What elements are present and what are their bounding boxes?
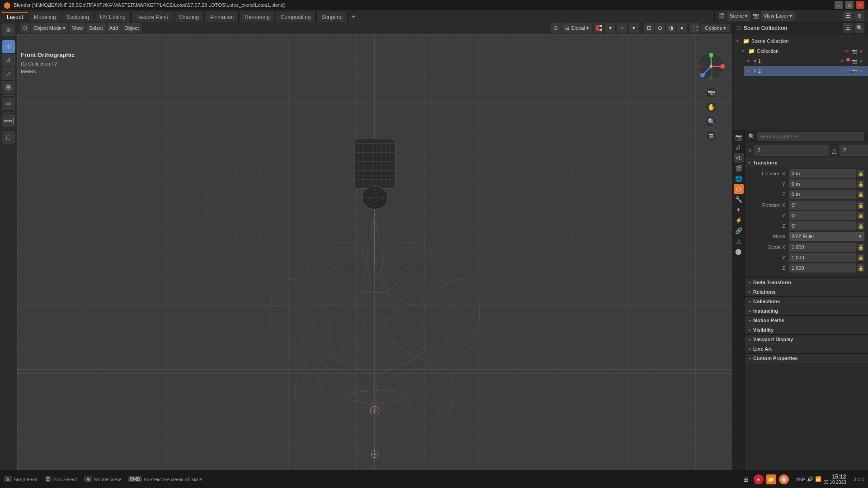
location-y-value[interactable]: 0 m xyxy=(789,179,856,188)
viewport-shading-solid[interactable]: ⊙ xyxy=(655,23,665,33)
viewport-3d[interactable]: ⬡ Object Mode ▾ View Select Add Object ⊙ xyxy=(17,22,732,470)
viewport-shading-wire[interactable]: ⊡ xyxy=(644,23,654,33)
eye-icon[interactable]: 👁 xyxy=(844,48,850,54)
outliner-filter[interactable]: ☰ xyxy=(843,23,853,33)
render-icon-1[interactable]: ● xyxy=(858,58,864,64)
tab-texture-paint[interactable]: Texture Paint xyxy=(132,12,173,22)
location-x-value[interactable]: 0 m xyxy=(789,169,856,178)
render-icon-2[interactable]: ● xyxy=(858,68,864,74)
viewport-shading-material[interactable]: ◑ xyxy=(666,23,676,33)
rotation-x-lock[interactable]: 🔒 xyxy=(857,202,864,209)
scene-icon[interactable]: 🎬 xyxy=(734,163,744,173)
location-x-lock[interactable]: 🔒 xyxy=(857,170,864,177)
tab-sculpting[interactable]: Sculpting xyxy=(62,12,94,22)
delta-transform-header[interactable]: ▾ Delta Transform xyxy=(745,278,868,287)
scale-x-lock[interactable]: 🔒 xyxy=(857,244,864,251)
world-icon[interactable]: 🌐 xyxy=(734,174,744,183)
blender-logo[interactable]: ⬤ xyxy=(4,1,11,9)
scene-selector[interactable]: Scene ▾ xyxy=(727,11,750,21)
tab-animation[interactable]: Animation xyxy=(205,12,239,22)
location-z-lock[interactable]: 🔒 xyxy=(857,191,864,198)
proportional-edit[interactable]: ○ xyxy=(617,23,627,33)
instancing-header[interactable]: ▾ Instancing xyxy=(745,306,868,315)
object-properties-icon[interactable]: ⬡ xyxy=(734,184,744,194)
options-button[interactable]: Options ▾ xyxy=(701,24,730,32)
render-properties-icon[interactable]: 📷 xyxy=(734,132,744,142)
blender-taskbar-icon[interactable]: ⬤ xyxy=(779,474,789,484)
view-layer-selector[interactable]: View Layer ▾ xyxy=(761,11,795,21)
camera-icon-1[interactable]: 📷 xyxy=(851,58,857,64)
outliner-object-1[interactable]: ▾ ▿ 1 👁 📷 ● xyxy=(744,56,868,66)
eye-icon-1[interactable]: 👁 xyxy=(839,58,845,64)
camera-icon[interactable]: 📷 xyxy=(851,48,857,54)
object-menu[interactable]: Object xyxy=(122,23,142,33)
outliner-object-2[interactable]: ▾ ▿ 2 👁 📷 ● xyxy=(744,66,868,76)
scale-y-lock[interactable]: 🔒 xyxy=(857,254,864,261)
rotation-x-value[interactable]: 0° xyxy=(789,201,856,210)
windows-icon[interactable]: ⊞ xyxy=(741,474,751,484)
location-z-value[interactable]: 0 m xyxy=(789,190,856,199)
location-y-lock[interactable]: 🔒 xyxy=(857,180,864,188)
folder-icon[interactable]: 📁 xyxy=(766,474,776,484)
motion-paths-header[interactable]: ▾ Motion Paths xyxy=(745,316,868,325)
viewport-display-header[interactable]: ▾ Viewport Display xyxy=(745,335,868,344)
scale-z-lock[interactable]: 🔒 xyxy=(857,264,864,272)
custom-properties-header[interactable]: ▾ Custom Properties xyxy=(745,354,868,363)
outliner-collection[interactable]: ▾ 📁 Collection 👁 📷 ● xyxy=(738,46,868,56)
scale-x-value[interactable]: 1.000 xyxy=(789,243,856,252)
material-icon[interactable]: ⬤ xyxy=(734,246,744,256)
canvas-area[interactable]: Front Orthographic (1) Collection | 2 Me… xyxy=(17,34,732,470)
properties-search-input[interactable] xyxy=(757,132,864,141)
transform-header[interactable]: ▾ Transform xyxy=(745,158,868,167)
object-mode-selector[interactable]: Object Mode ▾ xyxy=(31,23,68,33)
outliner-search[interactable]: 🔍 xyxy=(854,23,864,33)
measure-tool[interactable]: |⟺| xyxy=(2,114,15,127)
particles-icon[interactable]: ✦ xyxy=(734,205,744,215)
rotation-z-lock[interactable]: 🔒 xyxy=(857,222,864,230)
physics-icon[interactable]: ⚡ xyxy=(734,215,744,225)
view-layer-icon[interactable]: VL xyxy=(734,153,744,163)
proportional-edit-menu[interactable]: ▾ xyxy=(629,23,639,33)
move-tool[interactable]: ✛ xyxy=(2,40,15,53)
editor-type-selector[interactable]: ⬡ xyxy=(20,23,30,33)
scale-y-value[interactable]: 1.000 xyxy=(789,253,856,262)
outliner-scene-collection[interactable]: ▾ 📁 Scene Collection xyxy=(733,36,868,46)
rotation-mode-select[interactable]: XYZ Euler ▾ xyxy=(789,232,864,241)
transform-orientation[interactable]: ⊞ Global ▾ xyxy=(562,23,592,33)
chrome-icon[interactable]: ● xyxy=(754,474,764,484)
render-icon[interactable]: ● xyxy=(858,48,864,54)
constraints-icon[interactable]: 🔗 xyxy=(734,225,744,235)
rotation-y-lock[interactable]: 🔒 xyxy=(857,212,864,219)
transform-tool[interactable]: ⊞ xyxy=(2,81,15,94)
tab-shading[interactable]: Shading xyxy=(174,12,204,22)
add-cube-tool[interactable]: □ xyxy=(2,131,15,144)
close-button[interactable]: ✕ xyxy=(856,1,864,9)
overlay-button[interactable]: ⊕ xyxy=(854,11,864,21)
view-menu[interactable]: View xyxy=(69,23,85,33)
data-icon[interactable]: △ xyxy=(734,236,744,246)
data-name-input[interactable] xyxy=(840,145,868,156)
maximize-button[interactable]: □ xyxy=(845,1,854,9)
line-art-header[interactable]: ▾ Line Art xyxy=(745,344,868,353)
rotation-y-value[interactable]: 0° xyxy=(789,211,856,220)
add-menu[interactable]: Add xyxy=(107,23,121,33)
rotate-tool[interactable]: ↺ xyxy=(2,54,15,66)
scale-tool[interactable]: ⤢ xyxy=(2,67,15,80)
add-workspace-button[interactable]: + xyxy=(349,12,359,22)
viewport-shading-render[interactable]: ● xyxy=(677,23,687,33)
annotate-tool[interactable]: ✏ xyxy=(2,98,15,110)
scale-z-value[interactable]: 1.000 xyxy=(789,263,856,272)
minimize-button[interactable]: ─ xyxy=(835,1,843,9)
collections-header[interactable]: ▾ Collections xyxy=(745,297,868,306)
tab-layout[interactable]: Layout xyxy=(2,12,28,22)
visibility-header[interactable]: ▾ Visibility xyxy=(745,325,868,334)
snap-toggle[interactable]: 🧲 xyxy=(594,23,604,33)
cursor-tool[interactable]: ⊕ xyxy=(2,23,15,36)
snap-menu[interactable]: ▾ xyxy=(605,23,615,33)
object-name-input[interactable] xyxy=(754,145,829,156)
xray-toggle[interactable]: ⬚ xyxy=(690,23,700,33)
tab-uv-editing[interactable]: UV Editing xyxy=(95,12,131,22)
pivot-selector[interactable]: ⊙ xyxy=(551,23,561,33)
modifier-icon[interactable]: 🔧 xyxy=(734,194,744,204)
output-properties-icon[interactable]: 🖨 xyxy=(734,142,744,152)
